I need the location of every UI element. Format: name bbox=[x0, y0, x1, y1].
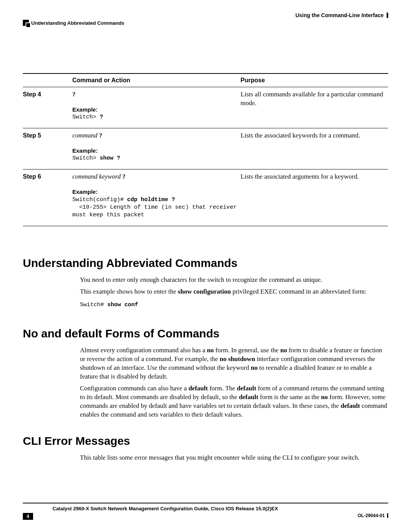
footer-doc-id: OL-29044-01 bbox=[358, 513, 388, 518]
page-header: Using the Command-Line Interface Underst… bbox=[23, 12, 388, 27]
section-body-abbreviated: You need to enter only enough characters… bbox=[80, 276, 388, 296]
purpose-cell: Lists the associated arguments for a key… bbox=[241, 169, 388, 226]
page-content: Using the Command-Line Interface Underst… bbox=[23, 12, 388, 516]
paragraph: Configuration commands can also have a d… bbox=[80, 384, 388, 419]
section-body-errors: This table lists some error messages tha… bbox=[80, 454, 388, 462]
page-number: 4 bbox=[23, 513, 33, 520]
header-right-text: Using the Command-Line Interface bbox=[295, 12, 384, 18]
header-chapter-title: Using the Command-Line Interface bbox=[295, 12, 388, 18]
footer-doc-title: Catalyst 2960-X Switch Network Managemen… bbox=[53, 506, 388, 511]
command-bold: ? bbox=[121, 173, 126, 180]
example-label: Example: bbox=[72, 188, 237, 196]
command-italic: command keyword bbox=[72, 173, 121, 180]
header-square-icon bbox=[23, 20, 29, 26]
table-row: Step 4 ? Example: Switch> ? Lists all co… bbox=[23, 87, 388, 128]
example-code: Switch> show ? bbox=[72, 155, 237, 162]
header-section-title: Understanding Abbreviated Commands bbox=[23, 20, 124, 26]
paragraph: You need to enter only enough characters… bbox=[80, 276, 388, 284]
section-title-abbreviated: Understanding Abbreviated Commands bbox=[23, 257, 388, 270]
header-right-bar-icon bbox=[387, 13, 388, 18]
example-code-abbrev: Switch# show conf bbox=[80, 302, 388, 308]
steps-table: Command or Action Purpose Step 4 ? Examp… bbox=[23, 73, 388, 226]
paragraph: This example shows how to enter the show… bbox=[80, 288, 388, 296]
paragraph: This table lists some error messages tha… bbox=[80, 454, 388, 462]
command-text: ? bbox=[72, 91, 76, 98]
purpose-cell: Lists all commands available for a parti… bbox=[241, 87, 388, 128]
section-body-nodefault: Almost every configuration command also … bbox=[80, 346, 388, 419]
command-bold: ? bbox=[97, 132, 102, 139]
table-row: Step 6 command keyword ? Example: Switch… bbox=[23, 169, 388, 226]
command-cell: ? Example: Switch> ? bbox=[72, 87, 241, 128]
section-title-nodefault: No and default Forms of Commands bbox=[23, 327, 388, 340]
col-header-command: Command or Action bbox=[72, 73, 241, 87]
table-row: Step 5 command ? Example: Switch> show ?… bbox=[23, 128, 388, 169]
command-cell: command ? Example: Switch> show ? bbox=[72, 128, 241, 169]
section-title-errors: CLI Error Messages bbox=[23, 435, 388, 447]
step-label: Step 4 bbox=[23, 87, 72, 128]
step-label: Step 6 bbox=[23, 169, 72, 226]
step-label: Step 5 bbox=[23, 128, 72, 169]
example-label: Example: bbox=[72, 147, 237, 155]
paragraph: Almost every configuration command also … bbox=[80, 346, 388, 381]
page-footer: Catalyst 2960-X Switch Network Managemen… bbox=[23, 503, 388, 520]
example-label: Example: bbox=[72, 106, 237, 113]
purpose-cell: Lists the associated keywords for a comm… bbox=[241, 128, 388, 169]
footer-bar-icon bbox=[387, 513, 388, 518]
table-header-row: Command or Action Purpose bbox=[23, 73, 388, 87]
example-code: Switch(config)# cdp holdtime ? <10-255> … bbox=[72, 196, 237, 219]
header-left-text: Understanding Abbreviated Commands bbox=[31, 20, 124, 26]
command-italic: command bbox=[72, 132, 97, 139]
command-cell: command keyword ? Example: Switch(config… bbox=[72, 169, 241, 226]
col-header-step bbox=[23, 73, 72, 87]
example-code: Switch> ? bbox=[72, 113, 237, 121]
col-header-purpose: Purpose bbox=[241, 73, 388, 87]
